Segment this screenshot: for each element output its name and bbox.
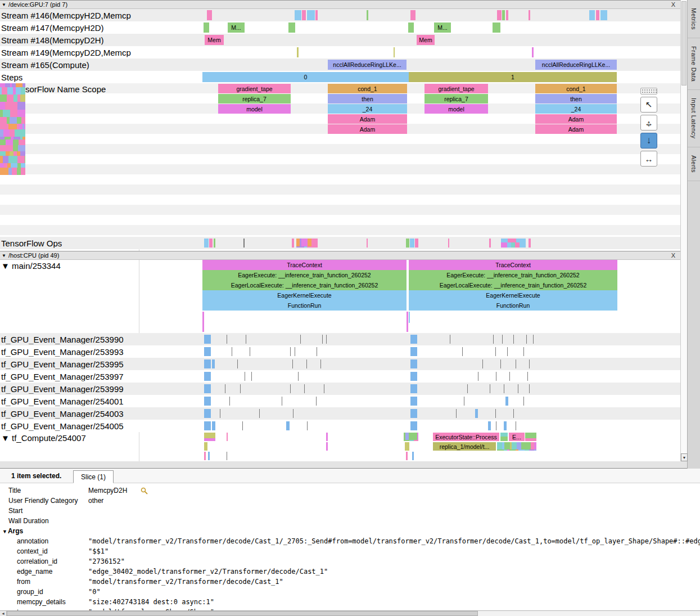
trace-slice[interactable] bbox=[214, 239, 215, 248]
trace-slice[interactable] bbox=[502, 10, 505, 20]
trace-slice[interactable] bbox=[408, 23, 414, 33]
tab-metrics[interactable]: Metrics bbox=[688, 0, 700, 38]
compute-label[interactable]: ▼ tf_Compute/254007 bbox=[1, 433, 86, 443]
trace-slice[interactable]: ExecutorState::Process bbox=[433, 433, 499, 441]
trace-slice[interactable] bbox=[406, 452, 408, 460]
trace-slice[interactable] bbox=[596, 10, 599, 20]
trace-slice[interactable]: TraceContext bbox=[202, 260, 407, 270]
trace-slice[interactable] bbox=[326, 335, 327, 344]
trace-slice[interactable] bbox=[412, 452, 414, 460]
gpu-panel-header[interactable]: ▼ /device:GPU:7 (pid 7) X bbox=[0, 0, 680, 9]
trace-slice[interactable] bbox=[250, 347, 250, 356]
trace-slice[interactable]: M... bbox=[228, 23, 245, 33]
trace-slice[interactable] bbox=[502, 335, 503, 344]
trace-slice[interactable] bbox=[227, 335, 227, 344]
trace-slice[interactable] bbox=[523, 397, 524, 406]
trace-slice[interactable] bbox=[290, 384, 291, 393]
trace-slice[interactable] bbox=[307, 10, 315, 20]
trace-slice[interactable] bbox=[467, 384, 468, 393]
trace-slice[interactable] bbox=[523, 347, 524, 356]
trace-slice[interactable]: 1 bbox=[409, 72, 617, 82]
trace-slice[interactable]: EagerLocalExecute: __inference_train_fun… bbox=[409, 280, 617, 290]
trace-slice[interactable] bbox=[409, 312, 410, 323]
trace-slice[interactable] bbox=[204, 442, 207, 451]
trace-slice[interactable] bbox=[493, 335, 494, 344]
trace-slice[interactable] bbox=[220, 409, 220, 418]
trace-slice[interactable] bbox=[204, 239, 209, 248]
trace-slice[interactable] bbox=[324, 384, 324, 393]
panel-splitter[interactable] bbox=[0, 461, 687, 469]
trace-slice[interactable] bbox=[295, 10, 301, 20]
zoom-tool-button[interactable]: ↓ bbox=[640, 133, 657, 149]
trace-slice[interactable] bbox=[251, 372, 252, 381]
trace-slice[interactable] bbox=[317, 347, 317, 356]
trace-slice[interactable] bbox=[497, 442, 536, 451]
trace-slice[interactable] bbox=[482, 359, 483, 368]
trace-slice[interactable] bbox=[504, 384, 504, 393]
trace-slice[interactable] bbox=[204, 359, 211, 368]
trace-slice[interactable]: replica_1/model/t... bbox=[433, 442, 496, 451]
trace-slice[interactable]: Adam bbox=[535, 114, 617, 124]
trace-slice[interactable] bbox=[292, 239, 294, 248]
trace-slice[interactable]: then bbox=[535, 94, 617, 104]
trace-slice[interactable] bbox=[207, 10, 212, 20]
trace-slice[interactable] bbox=[415, 239, 418, 248]
trace-slice[interactable] bbox=[500, 359, 501, 368]
trace-slice[interactable] bbox=[246, 335, 246, 344]
trace-slice[interactable]: EagerKernelExecute bbox=[202, 290, 407, 300]
trace-slice[interactable] bbox=[290, 347, 291, 356]
trace-slice[interactable]: _24 bbox=[535, 104, 617, 114]
trace-slice[interactable] bbox=[493, 23, 500, 33]
trace-slice[interactable] bbox=[505, 397, 508, 406]
collapse-icon[interactable]: ▼ bbox=[2, 529, 7, 534]
trace-slice[interactable]: Adam bbox=[535, 124, 617, 134]
trace-slice[interactable] bbox=[320, 359, 321, 368]
trace-slice[interactable] bbox=[456, 409, 457, 418]
trace-slice[interactable]: ncclAllReduceRingLLKe... bbox=[535, 60, 617, 70]
trace-slice[interactable]: Mem bbox=[417, 35, 435, 45]
trace-slice[interactable] bbox=[533, 335, 534, 344]
trace-slice[interactable] bbox=[212, 359, 215, 368]
trace-slice[interactable]: cond_1 bbox=[328, 84, 407, 93]
trace-slice[interactable] bbox=[259, 409, 260, 418]
trace-slice[interactable] bbox=[406, 239, 409, 248]
trace-slice[interactable]: then bbox=[328, 94, 407, 104]
trace-slice[interactable]: gradient_tape bbox=[424, 84, 488, 93]
trace-slice[interactable] bbox=[322, 335, 323, 344]
trace-slice[interactable] bbox=[204, 433, 215, 441]
trace-slice[interactable] bbox=[448, 239, 449, 248]
trace-slice[interactable]: EagerExecute: __inference_train_function… bbox=[202, 270, 407, 280]
trace-slice[interactable] bbox=[495, 409, 496, 418]
trace-slice[interactable] bbox=[410, 384, 417, 393]
trace-slice[interactable]: replica_7 bbox=[424, 94, 488, 104]
trace-slice[interactable] bbox=[532, 47, 534, 57]
trace-slice[interactable] bbox=[225, 384, 225, 393]
trace-slice[interactable] bbox=[245, 372, 245, 381]
trace-slice[interactable] bbox=[302, 10, 306, 20]
trace-slice[interactable] bbox=[513, 409, 514, 418]
scrollbar-thumb[interactable] bbox=[7, 611, 478, 616]
trace-slice[interactable] bbox=[410, 335, 417, 344]
trace-slice[interactable] bbox=[307, 421, 308, 430]
trace-slice[interactable] bbox=[489, 239, 491, 248]
trace-slice[interactable] bbox=[507, 347, 508, 356]
trace-slice[interactable] bbox=[462, 347, 463, 356]
scroll-left-button[interactable]: ◄ bbox=[0, 611, 7, 616]
trace-slice[interactable] bbox=[526, 335, 527, 344]
trace-slice[interactable]: Adam bbox=[328, 114, 407, 124]
trace-slice[interactable] bbox=[300, 335, 301, 344]
trace-slice[interactable] bbox=[518, 384, 518, 393]
trace-slice[interactable] bbox=[504, 421, 507, 430]
trace-slice[interactable] bbox=[306, 359, 307, 368]
trace-slice[interactable] bbox=[410, 421, 417, 430]
trace-slice[interactable] bbox=[600, 10, 607, 20]
trace-slice[interactable] bbox=[529, 384, 530, 393]
trace-slice[interactable] bbox=[296, 239, 318, 248]
trace-slice[interactable]: EagerLocalExecute: __inference_train_fun… bbox=[202, 280, 407, 290]
trace-slice[interactable] bbox=[316, 397, 317, 406]
trace-slice[interactable]: 0 bbox=[202, 72, 409, 82]
trace-slice[interactable] bbox=[525, 433, 536, 441]
trace-slice[interactable] bbox=[209, 239, 213, 248]
trace-slice[interactable]: ncclAllReduceRingLLKe... bbox=[328, 60, 407, 70]
trace-slice[interactable] bbox=[394, 47, 395, 57]
